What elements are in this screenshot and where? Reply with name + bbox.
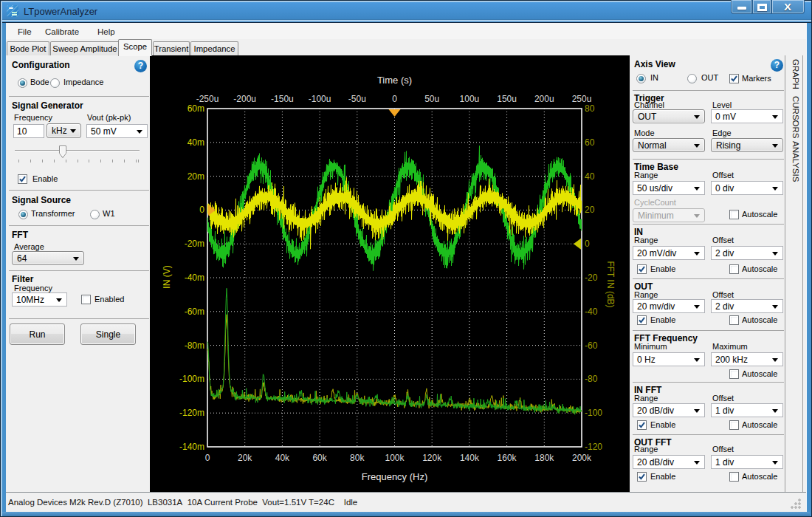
svg-text:200u: 200u: [534, 94, 554, 104]
svg-text:0: 0: [205, 453, 210, 463]
svg-text:FFT IN (dB): FFT IN (dB): [605, 261, 616, 307]
svg-text:-100: -100: [585, 408, 602, 418]
svg-text:20: 20: [585, 205, 595, 215]
svg-text:50u: 50u: [424, 94, 439, 104]
svg-text:40m: 40m: [187, 137, 204, 148]
svg-text:0: 0: [199, 205, 204, 215]
svg-text:60: 60: [585, 137, 595, 148]
svg-text:-150u: -150u: [271, 94, 294, 104]
svg-text:40: 40: [585, 171, 595, 182]
svg-text:-100u: -100u: [309, 94, 331, 104]
svg-text:-40: -40: [585, 307, 598, 317]
svg-text:150u: 150u: [497, 94, 517, 104]
svg-text:100u: 100u: [460, 94, 480, 104]
svg-text:60m: 60m: [187, 103, 204, 114]
svg-text:-50u: -50u: [348, 94, 366, 104]
svg-text:40k: 40k: [275, 453, 290, 463]
svg-text:20m: 20m: [187, 171, 204, 182]
svg-text:0: 0: [585, 239, 590, 249]
svg-text:-250u: -250u: [196, 94, 219, 104]
svg-text:-200u: -200u: [233, 94, 256, 104]
svg-text:-80m: -80m: [185, 340, 204, 351]
svg-text:120k: 120k: [422, 453, 442, 463]
svg-text:80: 80: [585, 103, 595, 114]
svg-text:0: 0: [392, 94, 397, 104]
svg-text:80k: 80k: [350, 453, 365, 463]
svg-text:100k: 100k: [385, 453, 405, 463]
svg-text:Time (s): Time (s): [377, 75, 412, 86]
svg-text:20k: 20k: [238, 453, 252, 463]
svg-text:Frequency (Hz): Frequency (Hz): [362, 471, 428, 482]
svg-text:-20: -20: [585, 273, 598, 283]
svg-text:160k: 160k: [498, 453, 517, 463]
svg-text:-120m: -120m: [179, 408, 204, 418]
svg-text:250u: 250u: [572, 94, 592, 104]
svg-text:-20m: -20m: [185, 239, 204, 249]
svg-text:-140m: -140m: [179, 442, 204, 452]
svg-text:-40m: -40m: [185, 273, 204, 283]
svg-text:-60m: -60m: [185, 307, 204, 317]
svg-text:-100m: -100m: [179, 374, 204, 384]
svg-text:IN (V): IN (V): [162, 265, 172, 288]
svg-text:200k: 200k: [572, 453, 592, 463]
svg-text:-60: -60: [585, 340, 598, 351]
svg-text:180k: 180k: [534, 453, 554, 463]
svg-text:60k: 60k: [312, 453, 327, 463]
svg-text:140k: 140k: [460, 453, 480, 463]
svg-text:-80: -80: [585, 374, 598, 384]
svg-text:-120: -120: [585, 442, 602, 452]
